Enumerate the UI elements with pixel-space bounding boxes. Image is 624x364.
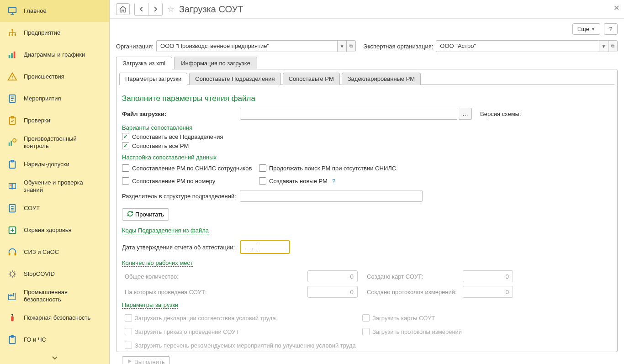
sidebar-label: Проверки <box>24 117 50 124</box>
sidebar-item-permits[interactable]: Наряды-допуски <box>0 153 109 175</box>
read-label: Прочитать <box>135 211 164 218</box>
codes-link[interactable]: Коды Подразделения из файла <box>122 227 209 234</box>
file-browse-button[interactable]: … <box>459 108 472 120</box>
chevron-down-icon[interactable]: ▼ <box>337 41 346 52</box>
count-title[interactable]: Количество рабочих мест <box>122 259 193 267</box>
play-icon <box>127 359 132 364</box>
home-button[interactable] <box>116 3 130 15</box>
sidebar-item-prodcontrol[interactable]: Производственный контроль <box>0 132 109 153</box>
svg-rect-5 <box>9 55 11 58</box>
sidebar-item-incidents[interactable]: Происшествия <box>0 66 109 88</box>
document-icon <box>7 203 17 213</box>
separator-input[interactable] <box>240 190 423 202</box>
svg-point-3 <box>11 34 13 36</box>
sidebar-collapse-chevron[interactable] <box>0 351 109 364</box>
org-value: ООО "Производственное предприятие" <box>157 41 337 52</box>
chk-snils-label: Сопоставление РМ по СНИЛС сотрудников <box>132 165 252 172</box>
outer-tab-xml[interactable]: Загрузка из xml <box>116 57 172 69</box>
date-value: . . <box>244 244 255 251</box>
created-cards-field <box>463 270 513 282</box>
chk-continue[interactable] <box>259 164 266 172</box>
svg-point-13 <box>13 139 16 142</box>
sidebar-item-training[interactable]: Обучение и проверка знаний <box>0 175 109 197</box>
file-input[interactable] <box>240 108 457 120</box>
svg-rect-7 <box>14 52 16 58</box>
sidebar-item-enterprise[interactable]: Предприятие <box>0 22 109 44</box>
sout-done-label: На которых проведена СОУТ: <box>125 289 207 295</box>
sidebar-label: СИЗ и СиОС <box>24 248 59 256</box>
chk-recom-label: Загрузить перечень рекомендуемых меропри… <box>135 342 356 349</box>
sidebar-item-main[interactable]: Главное <box>0 0 109 22</box>
clipboard2-icon <box>7 335 17 345</box>
chk-order <box>125 328 132 335</box>
nav-back-button[interactable] <box>135 3 148 15</box>
svg-point-1 <box>11 29 13 31</box>
chk-match-rm[interactable]: ✓ <box>122 142 129 149</box>
favorite-star-icon[interactable]: ☆ <box>167 4 175 14</box>
sidebar-item-fire[interactable]: Пожарная безопасность <box>0 307 109 329</box>
factory-icon <box>7 291 17 301</box>
chk-create-label: Создавать новые РМ <box>269 178 328 185</box>
run-label: Выполнить <box>134 359 165 364</box>
refresh-icon <box>127 211 133 218</box>
load-title[interactable]: Параметры загрузки <box>122 301 178 309</box>
inner-tab-params[interactable]: Параметры загрузки <box>119 73 187 85</box>
sidebar-label: Пожарная безопасность <box>24 314 90 322</box>
more-button[interactable]: Еще ▼ <box>572 23 600 35</box>
svg-rect-22 <box>11 316 14 321</box>
svg-rect-11 <box>9 142 10 146</box>
chevron-down-icon[interactable]: ▼ <box>599 41 608 52</box>
total-label: Общее количество: <box>125 273 179 280</box>
sidebar-label: Диаграммы и графики <box>24 51 85 58</box>
date-input[interactable]: . . <box>240 240 290 254</box>
sidebar-item-emergency[interactable]: ГО и ЧС <box>0 329 109 351</box>
bar-chart-icon <box>7 50 17 60</box>
sidebar-item-health[interactable]: Охрана здоровья <box>0 219 109 241</box>
sidebar-label: Промышленная безопасность <box>24 289 102 304</box>
sidebar-label: Мероприятия <box>24 95 61 102</box>
inner-tab-declared[interactable]: Задекларированные РМ <box>342 73 421 85</box>
sidebar-item-events[interactable]: Мероприятия <box>0 88 109 110</box>
warning-icon <box>7 72 17 82</box>
inner-tab-rm[interactable]: Сопоставьте РМ <box>283 73 340 85</box>
read-button[interactable]: Прочитать <box>122 208 169 221</box>
help-icon[interactable]: ? <box>332 178 335 185</box>
chk-number[interactable] <box>122 177 129 185</box>
sidebar-item-siz[interactable]: СИЗ и СиОС <box>0 241 109 263</box>
sidebar-label: Производственный контроль <box>24 135 102 150</box>
org-chart-icon <box>7 28 17 38</box>
sidebar-item-charts[interactable]: Диаграммы и графики <box>0 44 109 66</box>
chk-proto-label: Загрузить протоколы измерений <box>372 328 462 335</box>
settings-title: Настройка сопоставлений данных <box>122 154 612 161</box>
open-dialog-icon[interactable]: ⧉ <box>608 41 617 52</box>
org-select[interactable]: ООО "Производственное предприятие" ▼ ⧉ <box>156 40 356 52</box>
sidebar-label: Главное <box>24 7 47 15</box>
sidebar-label: СОУТ <box>24 205 40 212</box>
help-label: ? <box>609 26 612 32</box>
sidebar-item-sout[interactable]: СОУТ <box>0 197 109 219</box>
chk-cards-label: Загрузить карты СОУТ <box>372 315 435 322</box>
outer-tab-info[interactable]: Информация по загрузке <box>174 57 257 69</box>
chk-decl-label: Загрузить декларации соответствия услови… <box>135 315 276 322</box>
inner-tab-depts[interactable]: Сопоставьте Подразделения <box>189 73 280 85</box>
svg-point-4 <box>15 34 16 36</box>
date-label: Дата утверждения отчета об аттестации: <box>122 244 236 251</box>
nav-forward-button[interactable] <box>148 3 162 15</box>
sidebar-label: ГО и ЧС <box>24 336 46 343</box>
chk-create[interactable] <box>259 177 266 185</box>
document-list-icon <box>7 94 17 104</box>
expert-org-select[interactable]: ООО "Астро" ▼ ⧉ <box>436 40 618 52</box>
open-dialog-icon[interactable]: ⧉ <box>346 41 355 52</box>
clipboard-check-icon <box>7 116 17 126</box>
run-button[interactable]: Выполнить <box>122 356 170 364</box>
sidebar-item-checks[interactable]: Проверки <box>0 110 109 132</box>
chk-match-depts[interactable]: ✓ <box>122 133 129 140</box>
sidebar-label: Наряды-допуски <box>24 161 69 168</box>
section-title-read: Заполните параметры чтения файла <box>122 94 612 103</box>
close-button[interactable]: ✕ <box>613 4 619 12</box>
sidebar-item-industrial[interactable]: Промышленная безопасность <box>0 285 109 307</box>
help-button[interactable]: ? <box>604 23 618 35</box>
sidebar-item-covid[interactable]: StopCOVID <box>0 263 109 285</box>
extinguisher-icon <box>7 313 17 323</box>
chk-snils[interactable] <box>122 164 129 172</box>
